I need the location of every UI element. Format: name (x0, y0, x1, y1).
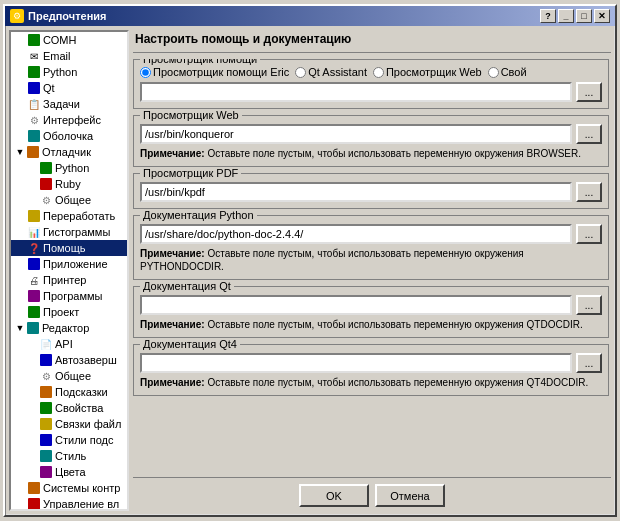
preferences-window: ⚙ Предпочтения ? _ □ ✕ СОМН ✉ Email Pyth… (3, 4, 617, 517)
radio-webviewer-input[interactable] (373, 67, 384, 78)
sidebar-item-debugger-general[interactable]: ⚙ Общее (11, 192, 127, 208)
sidebar-item-editor-style[interactable]: Стиль (11, 448, 127, 464)
auto-icon (39, 353, 53, 367)
close-button[interactable]: ✕ (594, 9, 610, 23)
help-viewer-input-row: ... (140, 82, 602, 102)
qt4-docs-browse-btn[interactable]: ... (576, 353, 602, 373)
sidebar-item-debugger-ruby[interactable]: Ruby (11, 176, 127, 192)
sidebar-item-python[interactable]: Python (11, 64, 127, 80)
help-sidebar-icon: ❓ (27, 241, 41, 255)
sidebar-tree[interactable]: СОМН ✉ Email Python Qt 📋 Задачи ⚙ Интерф… (9, 30, 129, 511)
web-viewer-browse-btn[interactable]: ... (576, 124, 602, 144)
sidebar-item-plugins[interactable]: Управление вл (11, 496, 127, 511)
python-docs-browse-btn[interactable]: ... (576, 224, 602, 244)
sidebar-item-label: Интерфейс (43, 114, 101, 126)
sidebar-item-app[interactable]: Приложение (11, 256, 127, 272)
pdf-viewer-browse-btn[interactable]: ... (576, 182, 602, 202)
sidebar-item-sysctrl[interactable]: Системы контр (11, 480, 127, 496)
sidebar-item-email[interactable]: ✉ Email (11, 48, 127, 64)
sidebar-item-tasks[interactable]: 📋 Задачи (11, 96, 127, 112)
sidebar-item-editor-api[interactable]: 📄 API (11, 336, 127, 352)
tasks-icon: 📋 (27, 97, 41, 111)
sidebar-item-label: Управление вл (43, 498, 119, 510)
sidebar-item-editor-general[interactable]: ⚙ Общее (11, 368, 127, 384)
qt-docs-legend: Документация Qt (140, 280, 234, 292)
web-viewer-input-row: ... (140, 124, 602, 144)
expand-editor-icon: ▼ (15, 323, 25, 333)
title-bar-left: ⚙ Предпочтения (10, 9, 107, 23)
help-viewer-legend: Просмотрщик помощи (140, 59, 260, 65)
sidebar-item-label: Задачи (43, 98, 80, 110)
radio-eric[interactable]: Просмотрщик помощи Eric (140, 66, 289, 78)
sidebar-item-interface[interactable]: ⚙ Интерфейс (11, 112, 127, 128)
sidebar-item-editor-styles-sub[interactable]: Стили подс (11, 432, 127, 448)
title-buttons: ? _ □ ✕ (540, 9, 610, 23)
sidebar-item-label: Гистограммы (43, 226, 110, 238)
sidebar-item-reprocess[interactable]: Переработать (11, 208, 127, 224)
sidebar-item-programs[interactable]: Программы (11, 288, 127, 304)
sidebar-item-help[interactable]: ❓ Помощь (11, 240, 127, 256)
sidebar-item-comn[interactable]: СОМН (11, 32, 127, 48)
web-viewer-legend: Просмотрщик Web (140, 109, 242, 121)
sidebar-item-editor[interactable]: ▼ Редактор (11, 320, 127, 336)
plugins-icon (27, 497, 41, 511)
sidebar-item-qt[interactable]: Qt (11, 80, 127, 96)
project-icon (27, 305, 41, 319)
ruby-icon (39, 177, 53, 191)
web-viewer-note: Примечание: Оставьте поле пустым, чтобы … (140, 147, 602, 160)
qt4-docs-input[interactable] (140, 353, 572, 373)
minimize-button[interactable]: _ (558, 9, 574, 23)
sidebar-item-label: Общее (55, 370, 91, 382)
sidebar-item-debugger-python[interactable]: Python (11, 160, 127, 176)
python-docs-input[interactable] (140, 224, 572, 244)
egeneral-icon: ⚙ (39, 369, 53, 383)
radio-custom[interactable]: Свой (488, 66, 527, 78)
sidebar-item-label: Системы контр (43, 482, 120, 494)
sidebar-item-shell[interactable]: Оболочка (11, 128, 127, 144)
cancel-button[interactable]: Отмена (375, 484, 445, 507)
sidebar-item-editor-links[interactable]: Связки файл (11, 416, 127, 432)
sidebar-item-editor-auto[interactable]: Автозаверш (11, 352, 127, 368)
radio-webviewer[interactable]: Просмотрщик Web (373, 66, 482, 78)
bottom-bar: OK Отмена (133, 477, 611, 511)
radio-webviewer-label: Просмотрщик Web (386, 66, 482, 78)
radio-eric-input[interactable] (140, 67, 151, 78)
radio-custom-input[interactable] (488, 67, 499, 78)
printer-icon: 🖨 (27, 273, 41, 287)
sidebar-item-label: Python (43, 66, 77, 78)
maximize-button[interactable]: □ (576, 9, 592, 23)
radio-qtassistant[interactable]: Qt Assistant (295, 66, 367, 78)
qt-docs-note: Примечание: Оставьте поле пустым, чтобы … (140, 318, 602, 331)
sidebar-item-label: СОМН (43, 34, 76, 46)
window-title: Предпочтения (28, 10, 107, 22)
radio-eric-label: Просмотрщик помощи Eric (153, 66, 289, 78)
hints-icon (39, 385, 53, 399)
sidebar-item-label: Принтер (43, 274, 86, 286)
sidebar-item-histograms[interactable]: 📊 Гистограммы (11, 224, 127, 240)
sidebar-item-label: Python (55, 162, 89, 174)
dgeneral-icon: ⚙ (39, 193, 53, 207)
sidebar-item-editor-colors[interactable]: Цвета (11, 464, 127, 480)
ok-button[interactable]: OK (299, 484, 369, 507)
title-bar: ⚙ Предпочтения ? _ □ ✕ (5, 6, 615, 26)
pdf-viewer-section: Просмотрщик PDF ... (133, 173, 609, 209)
sidebar-item-label: Свойства (55, 402, 103, 414)
web-viewer-input[interactable] (140, 124, 572, 144)
qt-docs-input[interactable] (140, 295, 572, 315)
sidebar-item-printer[interactable]: 🖨 Принтер (11, 272, 127, 288)
sidebar-item-debugger[interactable]: ▼ Отладчик (11, 144, 127, 160)
help-button[interactable]: ? (540, 9, 556, 23)
pdf-viewer-input[interactable] (140, 182, 572, 202)
sidebar-item-label: Переработать (43, 210, 115, 222)
qt-docs-browse-btn[interactable]: ... (576, 295, 602, 315)
sidebar-item-editor-props[interactable]: Свойства (11, 400, 127, 416)
interface-icon: ⚙ (27, 113, 41, 127)
panel-title: Настроить помощь и документацию (133, 30, 611, 53)
radio-qtassistant-input[interactable] (295, 67, 306, 78)
sysctrl-icon (27, 481, 41, 495)
sidebar-item-editor-hints[interactable]: Подсказки (11, 384, 127, 400)
sidebar-item-project[interactable]: Проект (11, 304, 127, 320)
sidebar-item-label: Цвета (55, 466, 86, 478)
help-viewer-input[interactable] (140, 82, 572, 102)
help-viewer-browse-btn[interactable]: ... (576, 82, 602, 102)
